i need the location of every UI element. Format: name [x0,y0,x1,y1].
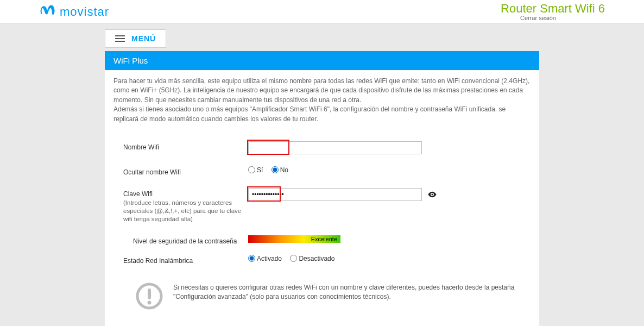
svg-point-2 [148,300,151,304]
advanced-notice: Si necesitas o quieres configurar otras … [105,275,539,324]
intro-p2: Además si tienes asociado uno o más equi… [113,105,531,124]
wireless-state-label: Estado Red Inalámbrica [123,255,248,265]
wifi-name-input[interactable] [248,141,422,154]
wifi-name-label: Nombre Wifi [123,141,248,151]
password-hint: (Introduce letras, números y caracteres … [123,199,248,223]
section-title: WiFi Plus [105,51,539,70]
strength-label: Nivel de seguridad de la contraseña [123,235,248,245]
state-activated-radio[interactable]: Activado [248,255,282,262]
menu-label: MENÚ [131,34,156,43]
top-bar: movistar Router Smart Wifi 6 Cerrar sesi… [0,0,644,24]
hide-no-radio[interactable]: No [272,166,288,174]
intro-text: Para hacer tu vida más sencilla, este eq… [105,70,539,126]
main-panel: WiFi Plus Para hacer tu vida más sencill… [105,51,539,326]
brand-name: movistar [60,5,109,19]
hamburger-icon [115,35,125,42]
show-password-icon[interactable] [427,190,437,199]
svg-rect-1 [148,289,151,299]
intro-p1: Para hacer tu vida más sencilla, este eq… [113,77,531,105]
movistar-m-icon [39,4,56,20]
product-title: Router Smart Wifi 6 [501,3,605,15]
password-strength-meter: Excelente [248,235,340,243]
hide-yes-radio[interactable]: Sí [248,166,263,174]
state-deactivated-radio[interactable]: Desactivado [290,255,334,262]
menu-button[interactable]: MENÚ [105,29,166,48]
logout-link[interactable]: Cerrar sesión [501,15,556,21]
info-exclamation-icon [135,282,163,310]
notice-text: Si necesitas o quieres configurar otras … [173,282,531,302]
brand-logo: movistar [39,4,109,20]
password-input[interactable] [248,188,422,201]
password-label: Clave Wifi [123,190,248,198]
hide-name-label: Ocultar nombre Wifi [123,166,248,176]
